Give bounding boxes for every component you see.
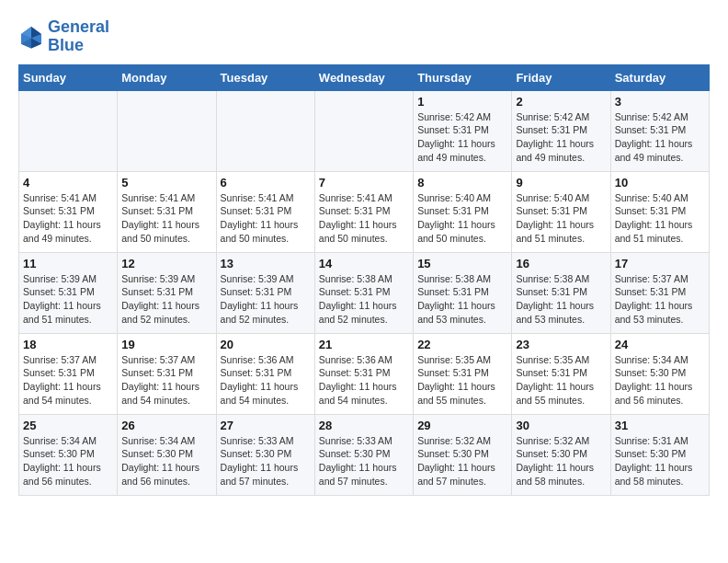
calendar-cell: 9Sunrise: 5:40 AM Sunset: 5:31 PM Daylig…	[512, 171, 610, 252]
calendar-week-row: 1Sunrise: 5:42 AM Sunset: 5:31 PM Daylig…	[19, 90, 710, 171]
day-number: 7	[319, 176, 409, 190]
weekday-header-friday: Friday	[512, 64, 610, 90]
calendar-cell	[19, 90, 118, 171]
day-number: 21	[319, 338, 409, 351]
day-info: Sunrise: 5:32 AM Sunset: 5:30 PM Dayligh…	[516, 434, 606, 488]
day-number: 16	[516, 257, 606, 270]
day-number: 31	[615, 419, 705, 432]
calendar-cell: 11Sunrise: 5:39 AM Sunset: 5:31 PM Dayli…	[19, 252, 118, 333]
calendar-cell: 24Sunrise: 5:34 AM Sunset: 5:30 PM Dayli…	[610, 333, 709, 414]
day-info: Sunrise: 5:35 AM Sunset: 5:31 PM Dayligh…	[417, 353, 507, 408]
day-info: Sunrise: 5:36 AM Sunset: 5:31 PM Dayligh…	[319, 353, 409, 408]
calendar-cell: 19Sunrise: 5:37 AM Sunset: 5:31 PM Dayli…	[118, 333, 216, 414]
day-info: Sunrise: 5:42 AM Sunset: 5:31 PM Dayligh…	[615, 110, 705, 165]
day-info: Sunrise: 5:37 AM Sunset: 5:31 PM Dayligh…	[615, 272, 705, 327]
calendar-cell: 12Sunrise: 5:39 AM Sunset: 5:31 PM Dayli…	[118, 252, 216, 333]
day-info: Sunrise: 5:42 AM Sunset: 5:31 PM Dayligh…	[417, 110, 507, 165]
calendar-cell: 18Sunrise: 5:37 AM Sunset: 5:31 PM Dayli…	[19, 333, 118, 414]
day-number: 5	[121, 176, 211, 190]
day-number: 9	[516, 176, 606, 190]
calendar-cell: 25Sunrise: 5:34 AM Sunset: 5:30 PM Dayli…	[19, 414, 118, 495]
logo: GeneralBlue	[18, 18, 109, 55]
day-number: 3	[615, 95, 705, 109]
day-info: Sunrise: 5:42 AM Sunset: 5:31 PM Dayligh…	[516, 110, 606, 165]
day-number: 24	[615, 338, 705, 351]
calendar-cell: 16Sunrise: 5:38 AM Sunset: 5:31 PM Dayli…	[512, 252, 610, 333]
day-info: Sunrise: 5:34 AM Sunset: 5:30 PM Dayligh…	[615, 353, 705, 408]
day-number: 30	[516, 419, 606, 432]
calendar-cell: 5Sunrise: 5:41 AM Sunset: 5:31 PM Daylig…	[118, 171, 216, 252]
calendar-cell: 20Sunrise: 5:36 AM Sunset: 5:31 PM Dayli…	[216, 333, 314, 414]
calendar-cell: 3Sunrise: 5:42 AM Sunset: 5:31 PM Daylig…	[610, 90, 709, 171]
weekday-header-thursday: Thursday	[414, 64, 512, 90]
calendar-cell: 13Sunrise: 5:39 AM Sunset: 5:31 PM Dayli…	[216, 252, 314, 333]
calendar-cell: 15Sunrise: 5:38 AM Sunset: 5:31 PM Dayli…	[414, 252, 512, 333]
calendar-cell: 14Sunrise: 5:38 AM Sunset: 5:31 PM Dayli…	[314, 252, 413, 333]
day-number: 20	[221, 338, 311, 351]
day-number: 14	[319, 257, 409, 270]
day-info: Sunrise: 5:36 AM Sunset: 5:31 PM Dayligh…	[221, 353, 311, 408]
day-number: 11	[23, 257, 113, 270]
day-info: Sunrise: 5:38 AM Sunset: 5:31 PM Dayligh…	[417, 272, 507, 327]
calendar-cell: 17Sunrise: 5:37 AM Sunset: 5:31 PM Dayli…	[610, 252, 709, 333]
day-info: Sunrise: 5:41 AM Sunset: 5:31 PM Dayligh…	[23, 191, 113, 246]
logo-icon	[18, 24, 44, 50]
day-number: 18	[23, 338, 113, 351]
calendar-cell: 26Sunrise: 5:34 AM Sunset: 5:30 PM Dayli…	[118, 414, 216, 495]
calendar-table: SundayMondayTuesdayWednesdayThursdayFrid…	[18, 64, 710, 496]
calendar-cell	[216, 90, 314, 171]
day-number: 23	[516, 338, 606, 351]
calendar-cell: 23Sunrise: 5:35 AM Sunset: 5:31 PM Dayli…	[512, 333, 610, 414]
day-number: 10	[615, 176, 705, 190]
day-info: Sunrise: 5:31 AM Sunset: 5:30 PM Dayligh…	[615, 434, 705, 488]
day-info: Sunrise: 5:37 AM Sunset: 5:31 PM Dayligh…	[121, 353, 211, 408]
calendar-cell	[314, 90, 413, 171]
calendar-cell: 1Sunrise: 5:42 AM Sunset: 5:31 PM Daylig…	[414, 90, 512, 171]
day-info: Sunrise: 5:32 AM Sunset: 5:30 PM Dayligh…	[417, 434, 507, 488]
calendar-cell: 2Sunrise: 5:42 AM Sunset: 5:31 PM Daylig…	[512, 90, 610, 171]
day-info: Sunrise: 5:40 AM Sunset: 5:31 PM Dayligh…	[615, 191, 705, 246]
day-number: 22	[417, 338, 507, 351]
day-number: 19	[121, 338, 211, 351]
calendar-cell: 8Sunrise: 5:40 AM Sunset: 5:31 PM Daylig…	[414, 171, 512, 252]
day-info: Sunrise: 5:34 AM Sunset: 5:30 PM Dayligh…	[23, 434, 113, 488]
calendar-cell: 10Sunrise: 5:40 AM Sunset: 5:31 PM Dayli…	[610, 171, 709, 252]
day-info: Sunrise: 5:41 AM Sunset: 5:31 PM Dayligh…	[221, 191, 311, 246]
day-info: Sunrise: 5:40 AM Sunset: 5:31 PM Dayligh…	[516, 191, 606, 246]
weekday-header-row: SundayMondayTuesdayWednesdayThursdayFrid…	[19, 64, 710, 90]
day-number: 8	[417, 176, 507, 190]
calendar-cell: 21Sunrise: 5:36 AM Sunset: 5:31 PM Dayli…	[314, 333, 413, 414]
calendar-cell: 29Sunrise: 5:32 AM Sunset: 5:30 PM Dayli…	[414, 414, 512, 495]
day-info: Sunrise: 5:39 AM Sunset: 5:31 PM Dayligh…	[121, 272, 211, 327]
weekday-header-saturday: Saturday	[610, 64, 709, 90]
logo-text: GeneralBlue	[48, 18, 109, 55]
calendar-cell: 4Sunrise: 5:41 AM Sunset: 5:31 PM Daylig…	[19, 171, 118, 252]
calendar-cell: 22Sunrise: 5:35 AM Sunset: 5:31 PM Dayli…	[414, 333, 512, 414]
day-info: Sunrise: 5:41 AM Sunset: 5:31 PM Dayligh…	[121, 191, 211, 246]
calendar-week-row: 18Sunrise: 5:37 AM Sunset: 5:31 PM Dayli…	[19, 333, 710, 414]
calendar-cell: 28Sunrise: 5:33 AM Sunset: 5:30 PM Dayli…	[314, 414, 413, 495]
day-info: Sunrise: 5:35 AM Sunset: 5:31 PM Dayligh…	[516, 353, 606, 408]
day-info: Sunrise: 5:41 AM Sunset: 5:31 PM Dayligh…	[319, 191, 409, 246]
day-info: Sunrise: 5:38 AM Sunset: 5:31 PM Dayligh…	[516, 272, 606, 327]
day-info: Sunrise: 5:33 AM Sunset: 5:30 PM Dayligh…	[319, 434, 409, 488]
day-number: 26	[121, 419, 211, 432]
day-info: Sunrise: 5:40 AM Sunset: 5:31 PM Dayligh…	[417, 191, 507, 246]
day-number: 27	[221, 419, 311, 432]
weekday-header-wednesday: Wednesday	[314, 64, 413, 90]
day-number: 15	[417, 257, 507, 270]
day-number: 12	[121, 257, 211, 270]
weekday-header-sunday: Sunday	[19, 64, 118, 90]
day-number: 4	[23, 176, 113, 190]
day-number: 1	[417, 95, 507, 109]
calendar-cell: 6Sunrise: 5:41 AM Sunset: 5:31 PM Daylig…	[216, 171, 314, 252]
day-number: 17	[615, 257, 705, 270]
calendar-cell: 27Sunrise: 5:33 AM Sunset: 5:30 PM Dayli…	[216, 414, 314, 495]
day-info: Sunrise: 5:38 AM Sunset: 5:31 PM Dayligh…	[319, 272, 409, 327]
day-info: Sunrise: 5:39 AM Sunset: 5:31 PM Dayligh…	[221, 272, 311, 327]
weekday-header-monday: Monday	[118, 64, 216, 90]
day-number: 2	[516, 95, 606, 109]
calendar-week-row: 25Sunrise: 5:34 AM Sunset: 5:30 PM Dayli…	[19, 414, 710, 495]
day-info: Sunrise: 5:37 AM Sunset: 5:31 PM Dayligh…	[23, 353, 113, 408]
calendar-cell: 31Sunrise: 5:31 AM Sunset: 5:30 PM Dayli…	[610, 414, 709, 495]
